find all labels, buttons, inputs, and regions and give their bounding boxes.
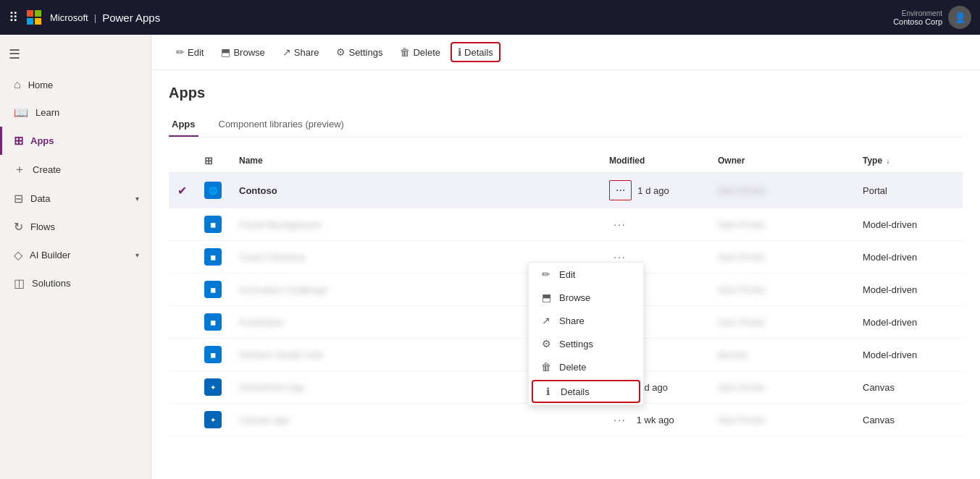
edit-button[interactable]: ✏ Edit <box>169 42 211 62</box>
browse-icon: ⬒ <box>540 292 552 303</box>
more-options-button[interactable]: ··· <box>609 217 631 232</box>
table-row[interactable]: ✦ Canvas app ··· 1 wk ago Sam Po <box>169 404 963 436</box>
ctx-details[interactable]: ℹ Details <box>532 380 640 403</box>
sidebar-item-label: Learn <box>35 107 59 118</box>
owner-name: Sam Porter <box>718 284 766 295</box>
sidebar-collapse-button[interactable]: ☰ <box>0 41 151 68</box>
edit-label: Edit <box>188 47 204 58</box>
env-value: Contoso Corp <box>893 17 942 26</box>
share-icon: ↗ <box>282 46 291 58</box>
sidebar-item-learn[interactable]: 📖 Learn <box>0 98 151 127</box>
microsoft-logo <box>27 10 41 25</box>
owner-name: Sam Porter <box>718 252 766 263</box>
context-menu: ✏ Edit ⬒ Browse ↗ Share ⚙ Settings 🗑 <box>528 262 644 405</box>
ctx-share-label: Share <box>559 315 585 326</box>
app-icon: ✦ <box>204 378 222 396</box>
ctx-browse[interactable]: ⬒ Browse <box>529 286 643 309</box>
details-button[interactable]: ℹ Details <box>451 42 501 62</box>
owner-name: Sam Porter <box>718 185 766 196</box>
edit-icon: ✏ <box>176 46 185 58</box>
app-icon: 🌐 <box>204 182 222 199</box>
sidebar-item-label: Apps <box>30 135 54 146</box>
ctx-share[interactable]: ↗ Share <box>529 309 643 332</box>
col-modified[interactable]: Modified <box>600 149 709 173</box>
sidebar-item-label: Flows <box>30 221 55 232</box>
app-type: Portal <box>863 185 887 196</box>
sidebar-item-label: Home <box>28 80 54 90</box>
app-type: Model-driven <box>863 349 917 360</box>
sidebar-item-apps[interactable]: ⊞ Apps <box>0 127 151 155</box>
settings-label: Settings <box>348 47 382 58</box>
table-row[interactable]: ◼ Portal Management ··· Sam Porter Model… <box>169 208 963 241</box>
col-owner[interactable]: Owner <box>709 149 854 173</box>
sidebar-item-data[interactable]: ⊟ Data ▾ <box>0 185 151 213</box>
settings-icon: ⚙ <box>540 338 552 349</box>
toolbar: ✏ Edit ⬒ Browse ↗ Share ⚙ Settings 🗑 Del… <box>151 35 980 70</box>
tab-apps[interactable]: Apps <box>169 113 198 137</box>
tab-component-libraries[interactable]: Component libraries (preview) <box>216 113 347 137</box>
app-type: Canvas <box>863 382 895 393</box>
app-icon: ◼ <box>204 281 222 298</box>
data-icon: ⊟ <box>14 192 23 205</box>
create-icon: ＋ <box>14 162 25 177</box>
share-button[interactable]: ↗ Share <box>275 42 327 62</box>
app-name: Canvas app <box>239 415 289 425</box>
col-checkbox <box>169 149 196 173</box>
app-name: Contoso <box>239 185 277 196</box>
learn-icon: 📖 <box>14 106 28 119</box>
top-navigation: ⠿ Microsoft | Power Apps Environment Con… <box>0 0 980 35</box>
sidebar-item-ai-builder[interactable]: ◇ AI Builder ▾ <box>0 241 151 269</box>
modified-date: 1 d ago <box>637 185 669 196</box>
delete-button[interactable]: 🗑 Delete <box>393 42 448 62</box>
chevron-down-icon: ▾ <box>135 251 139 259</box>
page-title: Apps <box>169 85 963 101</box>
app-name: Solution Health Hub <box>239 349 323 360</box>
col-type[interactable]: Type ↓ <box>854 149 963 173</box>
waffle-icon[interactable]: ⠿ <box>9 9 18 25</box>
solutions-icon: ◫ <box>14 276 25 290</box>
share-label: Share <box>294 47 319 58</box>
settings-button[interactable]: ⚙ Settings <box>329 42 390 62</box>
more-options-button[interactable]: ··· <box>609 180 632 200</box>
app-type: Model-driven <box>863 284 917 295</box>
table-row[interactable]: ✔ 🌐 Contoso <box>169 173 963 208</box>
ctx-edit[interactable]: ✏ Edit <box>529 263 643 286</box>
ctx-delete-label: Delete <box>559 362 587 373</box>
ms-label: Microsoft <box>50 12 88 23</box>
app-type: Canvas <box>863 415 895 425</box>
browse-icon: ⬒ <box>221 46 230 58</box>
app-icon: ✦ <box>204 411 222 428</box>
environment-section: Environment Contoso Corp <box>893 9 942 26</box>
app-name: Power Apps <box>102 12 160 24</box>
app-name: Innovation Challenge <box>239 284 327 295</box>
delete-icon: 🗑 <box>400 46 410 58</box>
app-type: Model-driven <box>863 317 917 328</box>
col-name[interactable]: Name <box>230 149 600 173</box>
ctx-settings[interactable]: ⚙ Settings <box>529 332 643 355</box>
sidebar: ☰ ⌂ Home 📖 Learn ⊞ Apps ＋ Create ⊟ Data … <box>0 35 151 479</box>
owner-name: Sam Porter <box>718 415 766 425</box>
ctx-details-label: Details <box>561 386 590 397</box>
sidebar-item-create[interactable]: ＋ Create <box>0 155 151 185</box>
owner-name: Sam Porter <box>718 317 766 328</box>
avatar[interactable]: 👤 <box>948 6 971 29</box>
owner-name: Sam Porter <box>718 382 766 393</box>
modified-date: 1 wk ago <box>637 415 674 425</box>
check-icon: ✔ <box>177 185 187 197</box>
sidebar-item-flows[interactable]: ↻ Flows <box>0 213 151 241</box>
browse-label: Browse <box>233 47 264 58</box>
sidebar-item-home[interactable]: ⌂ Home <box>0 71 151 98</box>
app-name: Fundraiser <box>239 317 284 328</box>
chevron-down-icon: ▾ <box>135 195 139 203</box>
more-options-button[interactable]: ··· <box>609 412 631 427</box>
app-name-cell: Contoso <box>239 185 592 196</box>
sidebar-item-label: Solutions <box>32 278 70 289</box>
app-icon: ◼ <box>204 346 222 363</box>
sort-icon: ↓ <box>886 157 889 165</box>
app-name: Asset Checkout <box>239 252 305 263</box>
sidebar-item-solutions[interactable]: ◫ Solutions <box>0 269 151 297</box>
ctx-delete[interactable]: 🗑 Delete <box>529 355 643 378</box>
details-icon: ℹ <box>458 46 461 58</box>
browse-button[interactable]: ⬒ Browse <box>214 42 272 62</box>
ai-builder-icon: ◇ <box>14 248 22 262</box>
